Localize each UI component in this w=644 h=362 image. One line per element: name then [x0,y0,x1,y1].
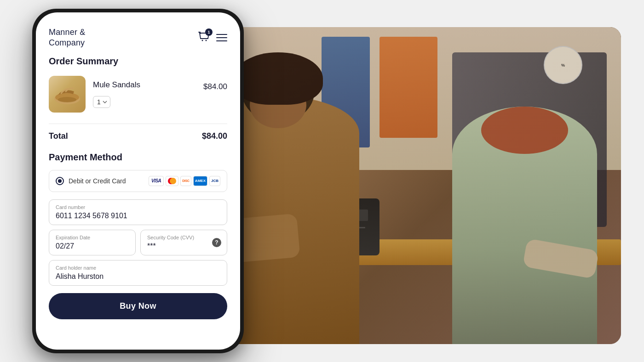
mastercard-logo [166,176,178,186]
jcb-logo: JCB [209,176,220,186]
product-image [49,76,86,113]
expiry-field[interactable]: Expiration Date 02/27 [49,230,136,255]
product-info: Mule Sandals $84.00 1 2 3 [93,80,227,108]
cvv-help-icon[interactable]: ? [212,238,221,247]
phone-screen: Manner & Company 1 [36,12,240,350]
product-row: Mule Sandals $84.00 1 2 3 [49,76,227,113]
product-price: $84.00 [203,82,227,91]
mc-circles [168,178,176,184]
brand-name: Manner & Company [49,27,85,49]
discover-logo: DISC [180,176,191,186]
cvv-value: *** [147,242,220,250]
total-row: Total $84.00 [49,131,227,141]
hamburger-menu-icon[interactable] [216,34,227,41]
header-icons: 1 [198,30,227,45]
hamburger-line-1 [216,34,227,35]
svg-point-4 [58,97,76,102]
expiry-value: 02/27 [56,242,129,250]
sandal-illustration [51,81,83,107]
payment-option-label: Debit or Credit Card [69,177,126,185]
total-amount: $84.00 [202,131,227,141]
payment-option-card[interactable]: Debit or Credit Card VISA [49,170,227,192]
cardholder-field[interactable]: Card holder name Alisha Hurston [49,260,227,286]
radio-button[interactable] [56,177,64,185]
phone-content: Order Summary [36,56,240,319]
card-number-field[interactable]: Card number 6011 1234 5678 9101 [49,199,227,225]
payment-title: Payment Method [49,152,227,163]
product-name: Mule Sandals [93,80,140,90]
expiry-cvv-row: Expiration Date 02/27 Security Code (CVV… [49,230,227,255]
cardholder-label: Card holder name [56,265,220,271]
product-image-inner [49,76,86,113]
svg-point-1 [206,40,207,41]
quantity-selector[interactable]: 1 2 3 [93,96,227,108]
visa-logo: VISA [149,176,164,186]
app-header: Manner & Company 1 [36,12,240,56]
divider [49,124,227,124]
product-price-row: Mule Sandals $84.00 [93,80,227,93]
scene: % [23,13,621,349]
buy-now-button[interactable]: Buy Now [49,293,227,319]
order-summary-title: Order Summary [49,56,227,67]
total-label: Total [49,131,68,141]
hamburger-line-2 [216,37,227,38]
quantity-select[interactable]: 1 2 3 [93,96,110,108]
cart-icon-wrapper[interactable]: 1 [198,30,211,45]
svg-point-0 [202,40,203,41]
hamburger-line-3 [216,40,227,41]
cvv-label: Security Code (CVV) [147,235,220,240]
radio-dot-inner [58,179,62,183]
expiry-label: Expiration Date [56,235,129,240]
mc-orange-circle [170,178,176,184]
amex-logo: AMEX [193,176,207,186]
card-number-label: Card number [56,204,220,210]
cart-badge: 1 [205,28,213,36]
cardholder-value: Alisha Hurston [56,272,220,281]
card-logos: VISA DISC [149,176,220,186]
cvv-field[interactable]: Security Code (CVV) *** ? [140,230,227,255]
card-number-value: 6011 1234 5678 9101 [56,212,220,220]
phone-mockup: Manner & Company 1 [32,9,244,353]
phone-frame: Manner & Company 1 [32,9,244,353]
